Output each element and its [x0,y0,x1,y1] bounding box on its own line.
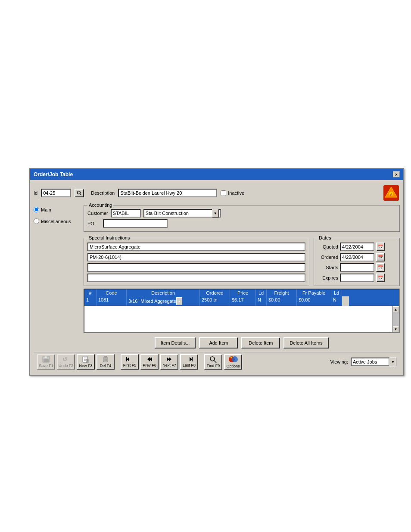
description-input[interactable] [118,189,217,197]
last-label: Last F8 [183,364,196,367]
starts-label: Starts [318,265,338,270]
find-button[interactable]: Find F9 [204,354,222,370]
customer-dropdown-arrow[interactable]: ▼ [212,209,219,218]
inactive-checkbox[interactable] [221,190,226,196]
ordered-input[interactable] [340,253,374,261]
dates-title: Dates [318,235,333,240]
miscellaneous-radio[interactable] [34,218,39,224]
svg-point-35 [230,357,232,358]
quoted-input[interactable] [340,243,374,251]
cell-ordered-1: 2500 tn [200,296,230,306]
scroll-up-btn[interactable]: ▲ [393,306,399,312]
delete-item-button[interactable]: Delete Item [241,337,280,348]
starts-input[interactable] [340,263,374,272]
si-line4[interactable] [87,274,305,282]
svg-point-34 [232,356,238,362]
prev-button[interactable]: Prev F6 [140,354,159,370]
dates-group: Dates Quoted 📅 Ordered 📅 [314,238,400,286]
viewing-dropdown[interactable]: ▼ [351,358,396,366]
window-title: Order/Job Table [34,171,73,177]
expires-cal-btn[interactable]: 📅 [376,274,385,282]
customer-row: Customer Sta-Bilt Construction ▼ [87,209,396,218]
cell-ld2-1: N [331,296,342,306]
desc-dropdown-btn[interactable]: ▼ [176,297,182,305]
po-input[interactable] [103,219,168,228]
si-line2[interactable] [87,253,305,261]
si-title: Special Instructions [87,235,131,240]
cell-freight-1: $0.00 [267,296,297,306]
col-header-frpayable: Fr Payable [297,289,331,296]
app-logo: A [383,184,400,202]
cell-frpayable-1: $0.00 [297,296,331,306]
save-button[interactable]: Save F1 [37,354,55,370]
inactive-checkbox-area: Inactive [221,190,244,196]
main-content: Main Miscellaneous Accounting Customer [34,205,400,350]
svg-line-32 [214,361,216,363]
next-icon [165,356,173,363]
main-radio[interactable] [34,207,39,212]
undo-button[interactable]: ↺ Undo F2 [57,354,75,370]
search-button[interactable] [75,189,84,197]
new-button[interactable]: New F3 [77,354,95,370]
col-header-desc: Description [127,289,200,296]
del-button[interactable]: Del F4 [97,354,115,370]
id-input[interactable] [41,189,71,197]
main-radio-label[interactable]: Main [34,207,81,212]
viewing-dropdown-arrow[interactable]: ▼ [389,358,396,366]
accounting-group: Accounting Customer Sta-Bilt Constructio… [84,205,400,232]
first-button[interactable]: First F5 [121,354,139,370]
toolbar: Save F1 ↺ Undo F2 New F3 De [34,352,400,371]
viewing-area: Viewing: ▼ [330,358,396,366]
ordered-row: Ordered 📅 [318,253,396,261]
options-label: Options [226,364,240,368]
svg-text:↺: ↺ [62,356,68,363]
grid-header: # Code Description Ordered Price Ld Frei… [84,289,399,296]
ordered-cal-btn[interactable]: 📅 [376,253,385,261]
quoted-label: Quoted [318,244,338,249]
customer-code-input[interactable] [111,209,141,218]
action-buttons-row: Item Details... Add Item Delete Item Del… [84,336,400,350]
si-line1[interactable] [87,243,305,251]
quoted-row: Quoted 📅 [318,243,396,251]
first-icon [126,356,134,363]
col-header-ld2: Ld [331,289,342,296]
grid-scrollbar[interactable]: ▲ ▼ [392,306,399,332]
accounting-title: Accounting [87,202,113,208]
col-header-ld: Ld [256,289,267,296]
si-line3[interactable] [87,263,305,272]
new-icon [82,356,90,364]
svg-rect-8 [44,356,47,358]
options-button[interactable]: Options [224,354,242,370]
close-button[interactable]: × [393,171,400,177]
miscellaneous-radio-label[interactable]: Miscellaneous [34,218,81,224]
col-header-ordered: Ordered [200,289,230,296]
customer-name-dropdown[interactable]: Sta-Bilt Construction ▼ [143,209,221,218]
cell-code-1: 1081 [97,296,127,306]
col-header-scroll [342,289,349,296]
undo-icon: ↺ [62,356,70,364]
search-icon [77,190,82,196]
svg-text:A: A [390,193,392,196]
svg-point-31 [210,357,215,361]
item-details-button[interactable]: Item Details... [155,337,196,348]
inactive-label: Inactive [228,190,244,196]
last-button[interactable]: Last F8 [180,354,198,370]
viewing-input[interactable] [351,358,389,366]
new-label: New F3 [79,364,92,368]
grid-row-1[interactable]: 1 1081 3/16" Mixed Aggregate ▼ 2500 tn $… [84,296,399,306]
starts-row: Starts 📅 [318,263,396,272]
scroll-down-btn[interactable]: ▼ [393,326,399,332]
quoted-cal-btn[interactable]: 📅 [376,243,385,251]
starts-cal-btn[interactable]: 📅 [376,263,385,272]
delete-all-items-button[interactable]: Delete All Items [283,337,328,348]
first-label: First F5 [123,364,137,367]
cell-desc-1: 3/16" Mixed Aggregate ▼ [127,296,200,306]
col-header-freight: Freight [267,289,297,296]
undo-label: Undo F2 [59,364,74,368]
cell-ld-1: N [256,296,267,306]
next-button[interactable]: Next F7 [160,354,178,370]
expires-input[interactable] [340,274,374,282]
expires-label: Expires [318,275,338,280]
description-label: Description [91,190,115,196]
add-item-button[interactable]: Add Item [199,337,238,348]
